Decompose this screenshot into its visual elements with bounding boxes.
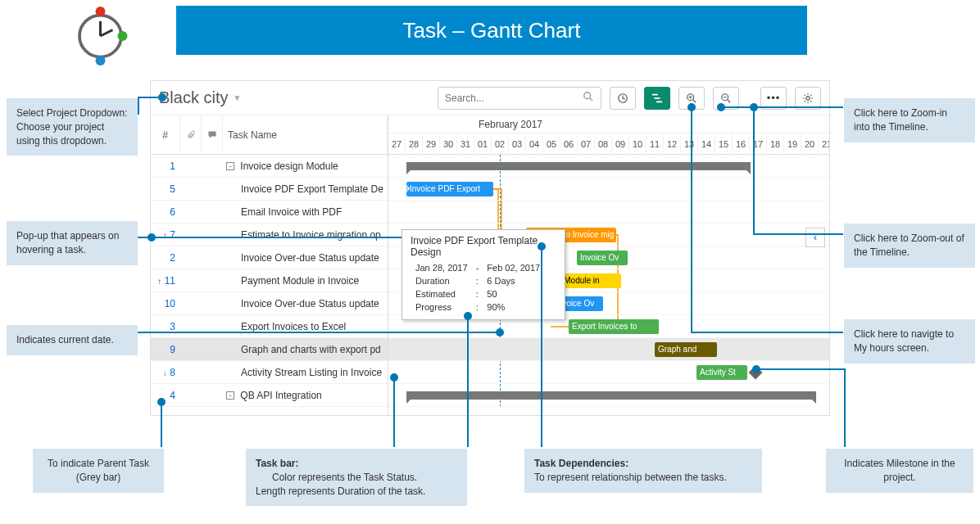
svg-line-13	[693, 99, 696, 102]
timeline-row	[388, 384, 829, 407]
svg-point-19	[806, 96, 810, 99]
svg-line-2	[101, 30, 113, 37]
expand-icon[interactable]: -	[226, 162, 234, 170]
task-row[interactable]: 3Export Invoices to Excel	[151, 315, 388, 338]
task-num: ↑ 11	[151, 275, 180, 287]
annotation-taskbar: Task bar: Color represents the Task Stat…	[246, 449, 467, 506]
search-input-wrap[interactable]	[438, 87, 601, 110]
task-num: 4	[151, 390, 180, 401]
timeline-row	[388, 155, 829, 178]
task-bar[interactable]: Export Invoices to	[569, 319, 659, 334]
timeline-day: 02	[492, 133, 509, 155]
task-row[interactable]: ↑ 7Estimate to Invoice migration op	[151, 224, 388, 246]
task-num: ↓ 8	[151, 367, 180, 378]
timeline-day: 13	[681, 133, 698, 155]
task-bar[interactable]: Activity St	[696, 365, 747, 380]
expand-icon[interactable]: -	[226, 391, 234, 400]
search-input[interactable]	[445, 93, 583, 104]
task-row[interactable]: 2Invoice Over-due Status update	[151, 246, 388, 269]
timeline-day: 20	[801, 133, 819, 155]
task-name: Graph and charts with export pd	[223, 344, 388, 355]
timeline-day: 03	[509, 133, 526, 155]
task-bar[interactable]: Invoice Ov	[577, 251, 628, 265]
task-list-header: # Task Name	[151, 115, 388, 155]
project-name-label: Black city	[159, 88, 228, 107]
annotation-parent: To indicate Parent Task (Grey bar)	[33, 449, 164, 493]
task-row[interactable]: 5Invoice PDF Export Template De	[151, 178, 388, 201]
timeline-day: 12	[664, 133, 681, 155]
task-name: - Invoice design Module	[223, 160, 388, 172]
task-name: Invoice Over-due Status update	[223, 298, 388, 309]
timeline-day: 04	[526, 133, 543, 155]
page-title: Task – Gantt Chart	[176, 6, 807, 55]
task-num: 9	[151, 344, 180, 355]
toolbar: Black city ▼ •••	[151, 81, 829, 115]
task-row[interactable]: 4- QB API Integration	[151, 384, 388, 407]
annotation-zoom-out: Click here to Zoom-out of the Timeline.	[844, 224, 975, 268]
svg-point-6	[584, 93, 591, 99]
annotation-milestone: Indicates Milestone in the project.	[826, 449, 973, 493]
col-num: #	[151, 115, 180, 154]
timeline-row	[388, 201, 829, 224]
move-icon: ✥	[402, 183, 411, 195]
timeline-day: 14	[698, 133, 715, 155]
more-icon: •••	[767, 92, 781, 104]
project-dropdown[interactable]: Black city ▼	[159, 88, 241, 107]
task-num: 6	[151, 206, 180, 218]
task-num: 5	[151, 183, 180, 195]
task-row[interactable]: 10Invoice Over-due Status update	[151, 292, 388, 315]
timeline-day: 19	[784, 133, 801, 155]
col-task-name: Task Name	[223, 115, 388, 154]
task-name: Invoice Over-due Status update	[223, 252, 388, 264]
annotation-dropdown: Select Project Dropdown: Choose your pro…	[7, 98, 138, 156]
task-name: - QB API Integration	[223, 390, 388, 401]
task-row[interactable]: 6Email Invoice with PDF	[151, 201, 388, 224]
zoom-in-icon	[686, 93, 697, 104]
clock-icon	[617, 93, 628, 104]
task-row[interactable]: ↑ 11Payment Module in Invoice	[151, 269, 388, 292]
svg-point-3	[96, 7, 106, 16]
dropdown-caret-icon: ▼	[233, 93, 241, 102]
zoom-out-icon	[720, 93, 732, 104]
svg-line-7	[590, 98, 593, 102]
svg-point-5	[96, 56, 106, 66]
timeline-day: 05	[543, 133, 560, 155]
gantt-view-button[interactable]	[644, 87, 670, 110]
svg-rect-9	[652, 93, 658, 95]
annotation-my-hours: Click here to navigte to My hours screen…	[844, 319, 975, 364]
my-hours-button[interactable]	[610, 87, 636, 110]
task-name: Estimate to Invoice migration op	[223, 229, 388, 241]
scroll-left-button[interactable]: ‹	[805, 228, 825, 247]
timeline-day: 01	[474, 133, 492, 155]
timeline-row: Graph and	[388, 338, 829, 361]
timeline-day: 10	[629, 133, 647, 155]
task-row[interactable]: ↓ 8Activity Stream Listing in Invoice	[151, 361, 388, 384]
gear-icon	[802, 93, 814, 104]
timeline-day: 30	[440, 133, 457, 155]
gantt-icon	[651, 93, 663, 104]
timeline-day: 29	[423, 133, 440, 155]
annotation-deps: Task Dependencies: To represent relation…	[524, 449, 762, 493]
task-row[interactable]: 9Graph and charts with export pd	[151, 338, 388, 361]
timeline-day: 21	[819, 133, 829, 155]
timeline-row: Invoice PDF Export ✥	[388, 178, 829, 201]
timeline-day: 16	[733, 133, 750, 155]
task-list: # Task Name 1- Invoice design Module5Inv…	[151, 115, 388, 415]
search-icon[interactable]	[583, 91, 594, 105]
task-bar[interactable]: Graph and	[655, 342, 717, 357]
timeline-day: 09	[612, 133, 629, 155]
timeline-month: February 2017	[388, 115, 829, 133]
task-name: Payment Module in Invoice	[223, 275, 388, 287]
parent-bar[interactable]	[406, 162, 751, 170]
tooltip-title: Invoice PDF Export Template Design	[411, 235, 556, 258]
timeline-day: 28	[406, 133, 423, 155]
task-bar[interactable]: Invoice PDF Export	[406, 182, 493, 196]
task-name: Activity Stream Listing in Invoice	[223, 367, 388, 378]
task-row[interactable]: 1- Invoice design Module	[151, 155, 388, 178]
annotation-current: Indicates current date.	[7, 325, 138, 355]
timeline-day: 15	[715, 133, 733, 155]
timeline-day: 07	[578, 133, 595, 155]
svg-point-4	[118, 31, 128, 41]
timeline-day: 31	[457, 133, 474, 155]
timeline-day: 11	[647, 133, 664, 155]
